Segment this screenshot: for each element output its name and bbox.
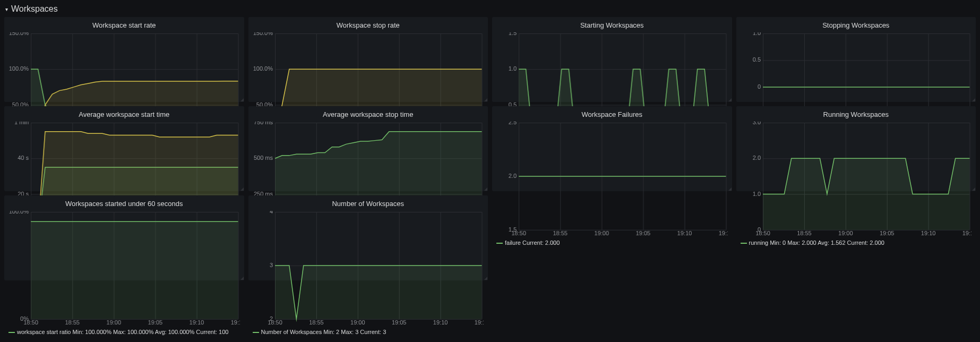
chart[interactable] xyxy=(496,122,728,237)
resize-handle-icon[interactable] xyxy=(727,186,732,191)
dashboard: ▾ Workspaces Workspace start ratefail Mi… xyxy=(0,0,980,342)
legend: Number of Workspaces Min: 2 Max: 3 Curre… xyxy=(253,326,484,342)
panel-title: Starting Workspaces xyxy=(496,20,728,32)
panel-title: Average workspace stop time xyxy=(253,109,484,122)
legend-item[interactable]: workspace start ratio Min: 100.000% Max:… xyxy=(8,328,240,337)
chevron-down-icon: ▾ xyxy=(5,6,8,12)
legend-swatch-icon xyxy=(253,332,259,333)
legend-text: Number of Workspaces Min: 2 Max: 3 Curre… xyxy=(261,329,386,335)
panel-p5[interactable]: Average workspace stop timesuccess Min: … xyxy=(248,106,488,191)
panel-title: Workspace stop rate xyxy=(253,20,484,32)
legend: running Min: 0 Max: 2.000 Avg: 1.562 Cur… xyxy=(741,237,972,254)
panel-p3[interactable]: Stopping Workspacesrunning Min: 0 Max: 0… xyxy=(736,17,976,102)
legend-text: failure Current: 2.000 xyxy=(505,240,560,246)
resize-handle-icon[interactable] xyxy=(483,186,487,191)
panel-title: Workspace start rate xyxy=(8,20,240,32)
legend-item[interactable]: Number of Workspaces Min: 2 Max: 3 Curre… xyxy=(253,328,484,337)
chart[interactable] xyxy=(253,211,484,326)
legend-text: workspace start ratio Min: 100.000% Max:… xyxy=(17,329,228,335)
panel-p7[interactable]: Running Workspacesrunning Min: 0 Max: 2.… xyxy=(736,106,976,191)
legend-swatch-icon xyxy=(8,332,15,333)
resize-handle-icon[interactable] xyxy=(239,276,244,280)
resize-handle-icon[interactable] xyxy=(971,186,975,191)
legend: failure Current: 2.000 xyxy=(496,237,728,254)
panel-title: Running Workspaces xyxy=(741,109,972,122)
chart[interactable] xyxy=(741,122,972,237)
resize-handle-icon[interactable] xyxy=(727,97,732,101)
panel-p9[interactable]: Number of WorkspacesNumber of Workspaces… xyxy=(248,195,488,280)
panel-title: Number of Workspaces xyxy=(253,199,484,211)
panel-grid: Workspace start ratefail Min: 16.667% Ma… xyxy=(4,17,976,280)
legend-swatch-icon xyxy=(496,243,503,244)
row-title: Workspaces xyxy=(11,4,58,14)
panel-title: Workspaces started under 60 seconds xyxy=(8,199,240,211)
chart[interactable] xyxy=(8,211,240,326)
legend-item[interactable]: running Min: 0 Max: 2.000 Avg: 1.562 Cur… xyxy=(741,239,972,247)
resize-handle-icon[interactable] xyxy=(239,97,244,101)
panel-p8[interactable]: Workspaces started under 60 secondsworks… xyxy=(4,195,244,280)
legend-item[interactable]: failure Current: 2.000 xyxy=(496,239,728,247)
panel-p0[interactable]: Workspace start ratefail Min: 16.667% Ma… xyxy=(4,17,244,102)
panel-title: Stopping Workspaces xyxy=(741,20,972,32)
legend: workspace start ratio Min: 100.000% Max:… xyxy=(8,326,240,342)
panel-p1[interactable]: Workspace stop ratefail Min: 0% Max: 0% … xyxy=(248,17,488,102)
panel-title: Average workspace start time xyxy=(8,109,240,122)
resize-handle-icon[interactable] xyxy=(971,97,975,101)
resize-handle-icon[interactable] xyxy=(483,97,487,101)
panel-p2[interactable]: Starting Workspacesstarting Min: 0 Max: … xyxy=(492,17,732,102)
panel-p6[interactable]: Workspace Failuresfailure Current: 2.000 xyxy=(492,106,732,191)
panel-title: Workspace Failures xyxy=(496,109,728,122)
legend-swatch-icon xyxy=(741,243,747,244)
legend-text: running Min: 0 Max: 2.000 Avg: 1.562 Cur… xyxy=(749,240,884,246)
resize-handle-icon[interactable] xyxy=(483,276,487,280)
row-toggle-workspaces[interactable]: ▾ Workspaces xyxy=(4,2,976,17)
panel-p4[interactable]: Average workspace start timefail Min: 35… xyxy=(4,106,244,191)
resize-handle-icon[interactable] xyxy=(239,186,244,191)
